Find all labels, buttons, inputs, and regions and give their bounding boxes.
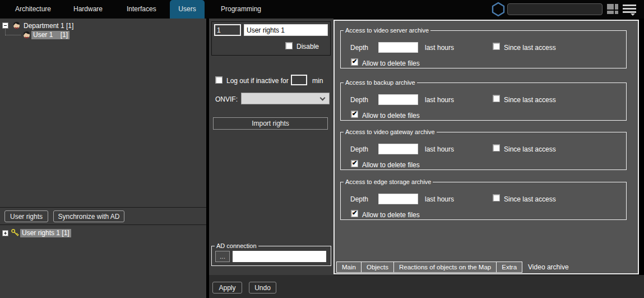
logout-inactive-checkbox[interactable] [215, 76, 223, 84]
since-last-access-checkbox[interactable] [493, 95, 500, 102]
minutes-label: min [312, 77, 323, 85]
archive-tabbar: Main Objects Reactions of objects on the… [336, 262, 574, 273]
archive-group-title: Access to video gateway archive [344, 129, 437, 135]
tree-label-user-selected[interactable]: User 1 [1] [31, 31, 70, 39]
tab-reactions-of-objects-on-the-map[interactable]: Reactions of objects on the Map [394, 262, 497, 272]
left-buttons-strip: User rights Synchronize with AD [0, 207, 206, 225]
identity-group: Disable [211, 21, 331, 56]
since-last-access-label: Since last access [504, 195, 556, 203]
undo-button[interactable]: Undo [249, 282, 276, 294]
nav-tab-interfaces[interactable]: Interfaces [127, 0, 156, 19]
grid-layout-icon[interactable] [607, 4, 619, 15]
since-last-access-label: Since last access [504, 96, 556, 104]
ad-connection-input[interactable] [233, 251, 326, 262]
depth-label: Depth [350, 44, 368, 52]
depth-label: Depth [350, 195, 368, 203]
since-last-access-label: Since last access [504, 44, 556, 52]
allow-delete-checkbox[interactable] [351, 210, 358, 217]
disable-checkbox[interactable] [285, 42, 293, 49]
archive-group-title: Access to video server archive [344, 27, 430, 34]
since-last-access-checkbox[interactable] [493, 144, 500, 152]
last-hours-label: last hours [425, 195, 454, 203]
expander-minus-icon[interactable] [2, 22, 8, 29]
tab-objects[interactable]: Objects [362, 262, 394, 272]
depth-input[interactable] [378, 144, 418, 154]
allow-delete-label: Allow to delete files [362, 211, 420, 219]
allow-delete-label: Allow to delete files [362, 59, 420, 67]
nav-tab-users[interactable]: Users [170, 0, 205, 19]
video-archive-pane: Access to video server archive Depth las… [333, 20, 639, 274]
left-tree-panel: Department 1 [1] User 1 [1] User rights … [0, 19, 206, 298]
allow-delete-checkbox[interactable] [351, 111, 358, 118]
rights-name-input[interactable] [244, 24, 328, 36]
user-rights-button[interactable]: User rights [4, 210, 48, 222]
tab-extra[interactable]: Extra [497, 262, 522, 272]
archive-group-title: Access to edge storage archive [344, 178, 433, 185]
allow-delete-checkbox[interactable] [351, 160, 358, 167]
user-rights-editor-panel: Disable Log out if inactive for min ONVI… [209, 19, 333, 275]
ad-connection-group: AD connection ... [211, 242, 331, 266]
archive-group-video-gateway: Access to video gateway archive Depth la… [340, 129, 627, 170]
tree-connector [6, 35, 21, 35]
hamburger-menu-icon[interactable] [623, 4, 636, 15]
onvif-select[interactable] [241, 93, 330, 104]
ad-connection-legend: AD connection [215, 242, 258, 249]
ad-browse-button[interactable]: ... [215, 251, 230, 262]
since-last-access-checkbox[interactable] [493, 43, 500, 50]
nav-tab-architecture[interactable]: Architecture [15, 0, 51, 19]
onvif-label: ONVIF: [215, 95, 238, 103]
key-icon [11, 228, 20, 237]
allow-delete-checkbox[interactable] [351, 58, 358, 66]
inactive-tab-group: Main Objects Reactions of objects on the… [336, 262, 522, 273]
tab-main[interactable]: Main [337, 262, 362, 272]
rights-id-input[interactable] [214, 24, 241, 36]
depth-label: Depth [350, 96, 368, 104]
import-rights-button[interactable]: Import rights [213, 117, 328, 130]
allow-delete-label: Allow to delete files [362, 112, 420, 120]
footer-bar: Apply Undo [209, 275, 644, 298]
tree-label-user-rights-selected[interactable]: User rights 1 [1] [20, 229, 71, 237]
chevron-down-icon [320, 95, 326, 101]
user-person-icon [22, 30, 31, 39]
top-navbar: Architecture Hardware Interfaces Users P… [0, 0, 644, 19]
last-hours-label: last hours [425, 145, 454, 153]
depth-input[interactable] [378, 94, 418, 105]
depth-label: Depth [350, 145, 368, 153]
logout-minutes-input[interactable] [291, 75, 307, 85]
archive-group-backup: Access to backup archive Depth last hour… [340, 79, 627, 121]
tab-video-archive-active[interactable]: Video archive [522, 262, 574, 273]
disable-label: Disable [296, 43, 319, 51]
nav-tab-hardware[interactable]: Hardware [73, 0, 103, 19]
apply-button[interactable]: Apply [212, 282, 242, 294]
depth-input[interactable] [378, 42, 418, 53]
archive-group-title: Access to backup archive [344, 79, 417, 86]
nav-tab-programming[interactable]: Programming [221, 0, 261, 19]
archive-group-edge-storage: Access to edge storage archive Depth las… [340, 178, 627, 220]
tree-label-department[interactable]: Department 1 [1] [24, 22, 73, 30]
hexagon-logo-icon[interactable] [491, 2, 506, 17]
since-last-access-label: Since last access [504, 145, 556, 153]
logout-inactive-label: Log out if inactive for [226, 77, 289, 85]
allow-delete-label: Allow to delete files [362, 161, 420, 169]
archive-group-video-server: Access to video server archive Depth las… [340, 27, 627, 68]
depth-input[interactable] [378, 194, 418, 204]
expander-plus-icon[interactable] [2, 230, 8, 236]
last-hours-label: last hours [425, 44, 454, 52]
search-input[interactable] [507, 3, 603, 15]
department-person-icon [12, 21, 21, 30]
last-hours-label: last hours [425, 96, 454, 104]
since-last-access-checkbox[interactable] [493, 194, 500, 201]
synchronize-with-ad-button[interactable]: Synchronize with AD [53, 210, 124, 222]
